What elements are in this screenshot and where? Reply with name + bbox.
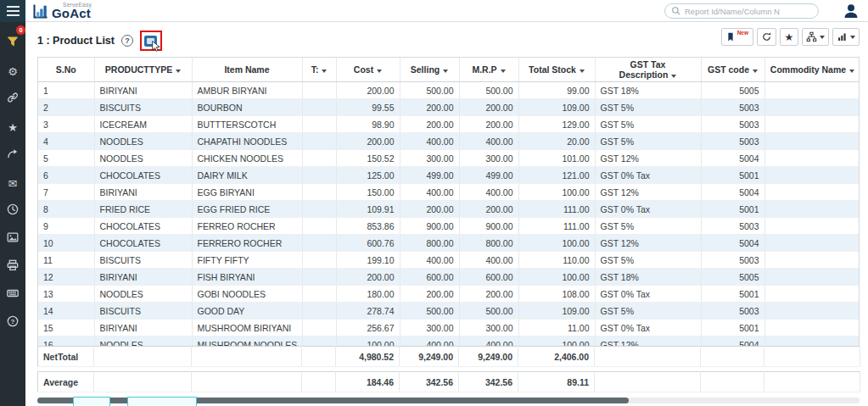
cell-sno: 10 [38,235,94,252]
column-header-item_name[interactable]: Item Name [192,58,302,82]
sidebar-item-forward[interactable] [0,141,25,169]
favorite-button[interactable]: ★ [780,28,798,46]
cell-selling: 400.00 [400,336,459,346]
sidebar-item-printer[interactable] [0,253,25,281]
cell-gst_tax: GST 0% Tax [595,286,701,303]
cell-gst_tax: GST 0% Tax [595,320,701,336]
chevron-down-icon [850,36,855,39]
column-header-total_stock[interactable]: Total Stock [518,58,595,82]
chart-menu-button[interactable] [832,28,860,46]
cell-item_name: BOURBON [192,99,302,116]
table-row[interactable]: 9CHOCOLATESFERREO ROCHER853.86900.00900.… [38,218,860,235]
help-icon[interactable]: ? [121,35,133,47]
sidebar-item-clock[interactable] [0,197,25,225]
column-header-sno[interactable]: S.No [38,58,94,82]
sort-caret-icon [443,70,448,73]
table-row[interactable]: 7BIRIYANIEGG BIRYANI150.00400.00400.0010… [38,184,860,201]
user-button[interactable] [842,2,860,20]
cell-mrp: 400.00 [459,336,518,346]
cell-sno: 6 [38,167,94,184]
cell-total_stock: 109.00 [518,303,595,320]
cell-mrp: 300.00 [459,150,518,167]
sidebar-item-help[interactable]: ? [0,309,25,336]
refresh-button[interactable] [757,28,776,46]
table-row[interactable]: 11BISCUITSFIFTY FIFTY199.10400.00400.001… [38,252,860,269]
cell-selling: 500.00 [400,303,459,320]
table-scroll-area[interactable]: S.NoPRODUCTTYPEItem NameT:CostSellingM.R… [37,57,860,346]
horizontal-scrollbar-thumb[interactable] [37,398,629,403]
cell-t [302,336,336,346]
table-row[interactable]: 16NOODLESMUSHROOM NOODLES100.00400.00400… [38,336,860,346]
keyboard-icon [6,286,20,303]
cell-cost: 125.00 [336,167,400,184]
table-row[interactable]: 12BIRIYANIFISH BIRYANI200.00600.00600.00… [38,269,860,286]
cell-item_name: MUSHROOM BIRIYANI [192,320,302,336]
cell-sno: 15 [38,320,94,336]
sidebar-item-keyboard[interactable] [0,281,25,309]
table-row[interactable]: 4NOODLESCHAPATHI NOODLES200.00400.00400.… [38,133,860,150]
average-table: Average184.46342.56342.5689.11 [37,371,860,392]
sidebar-item-image[interactable] [0,225,25,253]
cell-total_stock: 20.00 [518,133,595,150]
summary-selling: 9,249.00 [400,347,459,367]
cell-item_name: FIFTY FIFTY [192,252,302,269]
column-header-gst_tax[interactable]: GST TaxDescription [595,58,701,82]
summary-label: Average [38,372,94,392]
column-header-producttype[interactable]: PRODUCTTYPE [94,58,192,82]
table-row[interactable]: 10CHOCOLATESFERRERO ROCHER600.76800.0080… [38,235,860,252]
table-row[interactable]: 2BISCUITSBOURBON99.55200.00200.00109.00G… [38,99,860,116]
cell-commodity [764,184,860,201]
app-logo: ServeEasy GoAct [32,0,128,22]
table-row[interactable]: 14BISCUITSGOOD DAY278.74500.00500.00109.… [38,303,860,320]
table-row[interactable]: 6CHOCOLATESDAIRY MILK125.00499.00499.001… [38,167,860,184]
column-header-gst_code[interactable]: GST code [701,58,764,82]
cell-sno: 12 [38,269,94,286]
net-total-table: NetTotal4,980.529,249.009,249.002,406.00 [37,346,860,367]
cell-mrp: 300.00 [459,320,518,336]
cell-cost: 200.00 [336,82,400,99]
hamburger-menu-icon[interactable] [0,0,25,22]
cell-cost: 109.91 [336,201,400,218]
column-header-t[interactable]: T: [302,58,336,82]
brand-name: GoAct [52,6,91,20]
cell-selling: 300.00 [400,320,459,336]
table-row[interactable]: 8FRIED RICEEGG FRIED RICE109.91200.00200… [38,201,860,218]
sidebar-item-gear[interactable]: ⚙ [0,57,25,85]
table-row[interactable]: 15BIRIYANIMUSHROOM BIRIYANI256.67300.003… [38,320,860,336]
cell-item_name: EGG BIRYANI [192,184,302,201]
new-report-button[interactable]: New [721,28,753,46]
user-icon [842,2,860,20]
column-header-commodity[interactable]: Commodity Name [764,58,860,82]
cell-item_name: CHICKEN NOODLES [192,150,302,167]
search-input[interactable] [685,7,812,16]
clock-icon [6,203,20,220]
cell-selling: 400.00 [400,252,459,269]
cell-commodity [764,201,860,218]
table-row[interactable]: 1BIRIYANIAMBUR BIRYANI200.00500.00500.00… [38,82,860,99]
cell-item_name: BUTTTERSCOTCH [192,116,302,133]
cell-selling: 400.00 [400,133,459,150]
sidebar-item-mail[interactable]: ✉ [0,169,25,197]
cell-commodity [764,320,860,336]
cell-gst_code: 5004 [701,235,764,252]
summary-empty-cell [595,372,701,392]
column-header-selling[interactable]: Selling [400,58,459,82]
sidebar-item-link[interactable] [0,85,25,113]
cell-mrp: 800.00 [459,235,518,252]
cell-gst_tax: GST 18% [595,269,701,286]
net-total-row: NetTotal4,980.529,249.009,249.002,406.00 [38,347,860,367]
table-row[interactable]: 13NOODLESGOBI NOODLES180.00200.00200.001… [38,286,860,303]
cell-commodity [764,252,860,269]
sidebar-item-star[interactable]: ★ [0,113,25,141]
cell-gst_code: 5003 [701,133,764,150]
column-header-cost[interactable]: Cost [336,58,400,82]
cell-total_stock: 11.00 [518,320,595,336]
summary-empty-cell [192,372,302,392]
cell-total_stock: 110.00 [518,252,595,269]
hierarchy-menu-button[interactable] [802,28,829,46]
table-row[interactable]: 5NOODLESCHICKEN NOODLES150.52300.00300.0… [38,150,860,167]
column-header-mrp[interactable]: M.R.P [459,58,518,82]
table-row[interactable]: 3ICECREAMBUTTTERSCOTCH98.90200.00200.001… [38,116,860,133]
cell-item_name: GOBI NOODLES [192,286,302,303]
cell-selling: 500.00 [400,82,459,99]
